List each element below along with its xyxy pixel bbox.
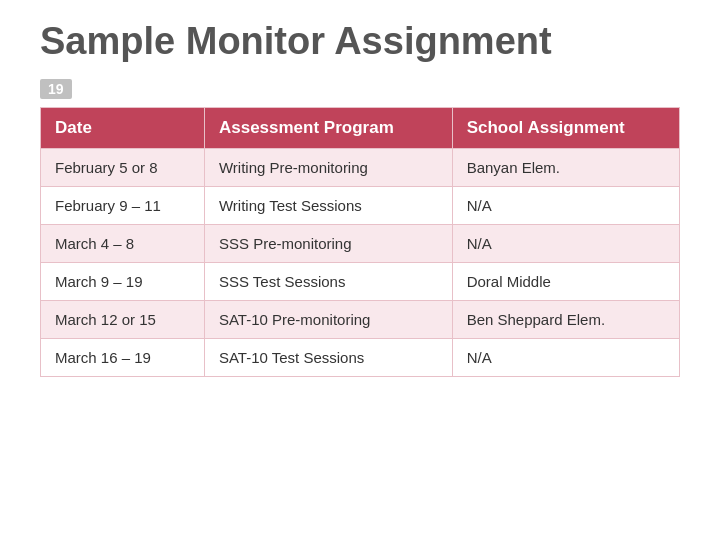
table-row: February 9 – 11Writing Test SessionsN/A	[41, 187, 680, 225]
page-container: Sample Monitor Assignment 19 Date Assess…	[0, 0, 720, 540]
table-row: March 16 – 19SAT-10 Test SessionsN/A	[41, 339, 680, 377]
assignment-table: Date Assessment Program School Assignmen…	[40, 107, 680, 377]
cell-school: N/A	[452, 225, 679, 263]
col-header-date: Date	[41, 108, 205, 149]
cell-program: Writing Test Sessions	[204, 187, 452, 225]
slide-number: 19	[40, 79, 72, 99]
cell-program: SSS Pre-monitoring	[204, 225, 452, 263]
cell-program: SAT-10 Pre-monitoring	[204, 301, 452, 339]
cell-date: March 16 – 19	[41, 339, 205, 377]
table-row: March 9 – 19SSS Test SessionsDoral Middl…	[41, 263, 680, 301]
cell-date: March 12 or 15	[41, 301, 205, 339]
table-row: February 5 or 8Writing Pre-monitoringBan…	[41, 149, 680, 187]
col-header-school: School Assignment	[452, 108, 679, 149]
table-row: March 4 – 8SSS Pre-monitoringN/A	[41, 225, 680, 263]
cell-school: N/A	[452, 187, 679, 225]
cell-date: March 9 – 19	[41, 263, 205, 301]
cell-school: Ben Sheppard Elem.	[452, 301, 679, 339]
page-title: Sample Monitor Assignment	[40, 20, 680, 63]
table-header-row: Date Assessment Program School Assignmen…	[41, 108, 680, 149]
cell-date: February 5 or 8	[41, 149, 205, 187]
cell-school: N/A	[452, 339, 679, 377]
cell-program: Writing Pre-monitoring	[204, 149, 452, 187]
cell-school: Banyan Elem.	[452, 149, 679, 187]
cell-program: SAT-10 Test Sessions	[204, 339, 452, 377]
cell-program: SSS Test Sessions	[204, 263, 452, 301]
table-row: March 12 or 15SAT-10 Pre-monitoringBen S…	[41, 301, 680, 339]
cell-school: Doral Middle	[452, 263, 679, 301]
col-header-program: Assessment Program	[204, 108, 452, 149]
cell-date: February 9 – 11	[41, 187, 205, 225]
cell-date: March 4 – 8	[41, 225, 205, 263]
